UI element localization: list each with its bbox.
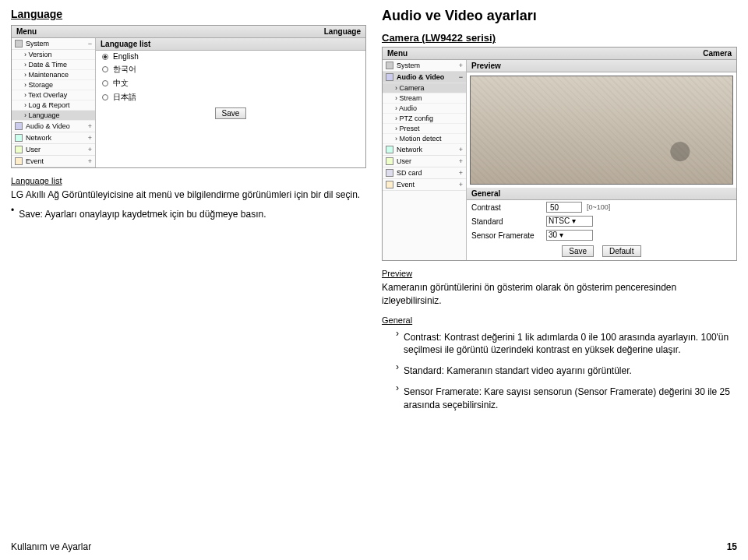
event-icon xyxy=(15,157,23,165)
side-sub[interactable]: › Storage xyxy=(12,80,95,90)
side-event[interactable]: Event xyxy=(397,181,415,188)
standard-label: Standard xyxy=(471,217,542,226)
menu-label: Menu xyxy=(16,27,37,36)
chevron-right-icon: › xyxy=(396,361,399,372)
contrast-input[interactable] xyxy=(546,202,582,213)
event-icon xyxy=(386,181,393,188)
footer-page-number: 15 xyxy=(727,541,737,552)
left-title: Language xyxy=(11,8,366,20)
camera-screenshot: Menu Camera System+ Audio & Video− › Cam… xyxy=(382,47,737,261)
expand-icon[interactable]: + xyxy=(459,169,463,177)
side-event[interactable]: Event xyxy=(26,157,44,165)
left-para1: LG Akıllı Ağ Görüntüleyicisine ait menü … xyxy=(11,188,366,202)
general-item: Sensor Framerate: Kare sayısı sensorun (… xyxy=(404,386,737,412)
contrast-label: Contrast xyxy=(471,203,542,212)
standard-select[interactable]: NTSC ▾ xyxy=(546,216,593,227)
side-sub[interactable]: › Text Overlay xyxy=(12,90,95,100)
side-sub[interactable]: › Maintenance xyxy=(12,70,95,80)
radio-icon[interactable] xyxy=(102,80,108,86)
right-title: Audio ve Video ayarları xyxy=(382,8,737,24)
expand-icon[interactable]: + xyxy=(88,122,92,130)
network-icon xyxy=(15,134,23,142)
general-label: General xyxy=(382,315,737,325)
save-button[interactable]: Save xyxy=(215,107,247,119)
general-item: Contrast: Kontrast değerini 1 lik adımla… xyxy=(404,331,737,357)
general-item: Standard: Kameranın standart video ayarı… xyxy=(404,365,632,378)
expand-icon[interactable]: + xyxy=(459,62,463,69)
menu-right: Language xyxy=(324,27,361,36)
language-screenshot: Menu Language System− › Version › Date &… xyxy=(11,25,366,168)
expand-icon[interactable]: + xyxy=(88,134,92,142)
user-icon xyxy=(386,157,393,165)
radio-icon[interactable] xyxy=(102,94,108,100)
radio-icon[interactable] xyxy=(102,66,108,72)
preview-label: Preview xyxy=(382,269,737,278)
expand-icon[interactable]: + xyxy=(459,146,463,153)
fps-label: Sensor Framerate xyxy=(471,231,542,240)
menu-right: Camera xyxy=(703,49,732,58)
user-icon xyxy=(15,146,23,153)
language-list-label: Language list xyxy=(11,176,366,185)
lang-option[interactable]: 한국어 xyxy=(96,62,365,76)
side-sd[interactable]: SD card xyxy=(397,169,422,177)
chevron-right-icon: › xyxy=(396,382,399,393)
chevron-right-icon: › xyxy=(396,328,399,339)
side-sub-language[interactable]: › Language xyxy=(12,111,95,121)
network-icon xyxy=(386,146,393,153)
contrast-hint: [0~100] xyxy=(587,203,610,211)
preview-head: Preview xyxy=(467,60,736,72)
side-sub[interactable]: › Motion detect xyxy=(383,134,466,144)
expand-icon[interactable]: + xyxy=(88,146,92,153)
sd-icon xyxy=(386,169,393,177)
fps-select[interactable]: 30 ▾ xyxy=(546,230,593,241)
side-audio[interactable]: Audio & Video xyxy=(26,122,70,130)
side-user[interactable]: User xyxy=(397,157,411,165)
audio-icon xyxy=(386,73,393,81)
camera-label: Camera (LW9422 serisi) xyxy=(382,32,737,44)
collapse-icon[interactable]: − xyxy=(88,40,92,48)
side-system[interactable]: System xyxy=(26,40,49,48)
side-sub[interactable]: › PTZ config xyxy=(383,114,466,124)
expand-icon[interactable]: + xyxy=(459,181,463,188)
side-sub[interactable]: › Preset xyxy=(383,124,466,134)
lang-option[interactable]: 中文 xyxy=(96,76,365,90)
side-user[interactable]: User xyxy=(26,146,41,153)
general-head: General xyxy=(467,188,736,200)
side-sub[interactable]: › Log & Report xyxy=(12,100,95,111)
save-button[interactable]: Save xyxy=(562,245,594,257)
default-button[interactable]: Default xyxy=(602,245,641,257)
page-footer: Kullanım ve Ayarlar 15 xyxy=(11,541,737,552)
side-system[interactable]: System xyxy=(397,62,420,69)
expand-icon[interactable]: + xyxy=(459,157,463,165)
camera-preview-image xyxy=(470,76,733,185)
side-network[interactable]: Network xyxy=(26,134,51,142)
expand-icon[interactable]: + xyxy=(88,157,92,165)
lang-option[interactable]: 日本語 xyxy=(96,90,365,104)
side-sub[interactable]: › Version xyxy=(12,50,95,60)
radio-icon[interactable] xyxy=(102,54,108,60)
audio-icon xyxy=(15,122,23,130)
side-sub-camera[interactable]: › Camera xyxy=(383,83,466,93)
system-icon xyxy=(386,62,393,69)
menu-label: Menu xyxy=(387,49,408,58)
side-sub[interactable]: › Stream xyxy=(383,93,466,104)
system-icon xyxy=(15,40,23,48)
footer-section: Kullanım ve Ayarlar xyxy=(11,541,91,552)
language-list-head: Language list xyxy=(96,38,365,51)
side-audio[interactable]: Audio & Video xyxy=(397,73,444,81)
lang-option[interactable]: English xyxy=(96,51,365,62)
side-network[interactable]: Network xyxy=(397,146,422,153)
preview-text: Kameranın görüntülerini ön gösterim olar… xyxy=(382,281,737,308)
side-sub[interactable]: › Audio xyxy=(383,104,466,114)
collapse-icon[interactable]: − xyxy=(459,73,463,81)
side-sub[interactable]: › Date & Time xyxy=(12,60,95,70)
left-bullet1: Save: Ayarları onaylayıp kaydetmek için … xyxy=(19,208,266,221)
bullet-icon: • xyxy=(11,205,14,216)
